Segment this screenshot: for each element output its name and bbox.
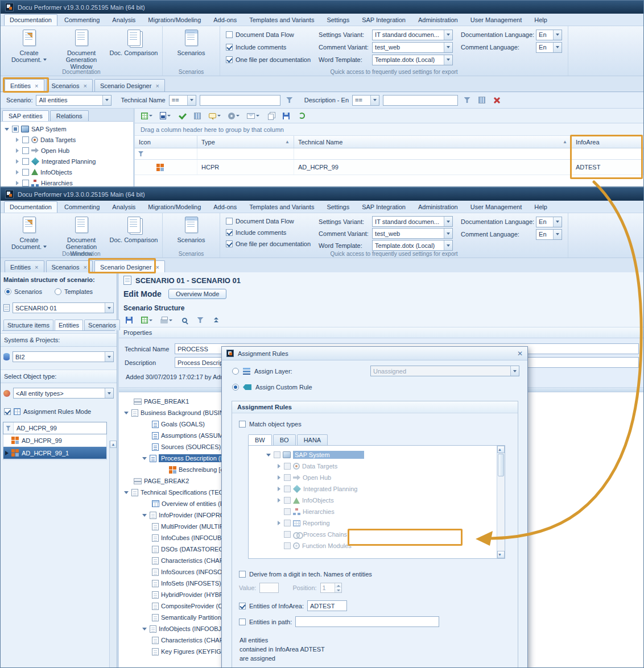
assignment-rules-mode-checkbox[interactable]: Assignment Rules Mode [2, 404, 115, 421]
dropdown-arrow-icon[interactable] [444, 55, 452, 65]
expand-icon[interactable] [14, 180, 20, 186]
entity-grid-row[interactable]: HCPR AD_HCPR_99 ADTEST [135, 160, 643, 175]
menu-tab[interactable]: Help [529, 201, 553, 213]
tree-item[interactable]: SAP System [1, 123, 133, 134]
assign-layer-radio[interactable] [232, 368, 239, 375]
position-stepper[interactable] [320, 583, 342, 593]
match-object-types-checkbox[interactable]: Match object types [239, 421, 518, 428]
menu-tab[interactable]: Templates and Variants [243, 14, 320, 26]
panel-tab[interactable]: Relations [50, 110, 89, 121]
technical-name-operator[interactable]: == [169, 95, 196, 106]
text-filter-icon[interactable] [3, 422, 14, 434]
filter-cell[interactable] [197, 148, 294, 159]
dropdown-arrow-icon[interactable] [102, 96, 111, 105]
column-header[interactable]: InfoArea ▲ [572, 136, 643, 148]
ribbon-button[interactable]: Document Generation Window [56, 215, 106, 250]
ribbon-checkbox[interactable]: Include comments [226, 227, 311, 238]
expand-icon[interactable] [14, 159, 20, 164]
tree-item[interactable]: Open Hub [1, 145, 133, 156]
derive-digit-checkbox[interactable]: Derive from a digit in tech. Names of en… [239, 571, 518, 578]
tree-item[interactable]: Integrated Planning [1, 156, 133, 167]
description-operator[interactable]: == [352, 95, 379, 106]
expand-icon[interactable] [142, 626, 147, 632]
ribbon-button[interactable]: Create Document. [4, 28, 54, 68]
checkbox-icon[interactable] [12, 126, 19, 132]
dropdown-arrow-icon[interactable] [105, 303, 113, 313]
menu-tab[interactable]: Help [529, 14, 553, 26]
checkbox-icon[interactable] [22, 136, 29, 143]
scenarios-button[interactable]: Scenarios [166, 28, 216, 68]
ribbon-checkbox[interactable]: One file per documentation [226, 239, 311, 249]
technical-name-filter-input[interactable] [200, 95, 280, 106]
expand-icon[interactable] [14, 148, 20, 153]
panel-tab[interactable]: SAP entities [2, 110, 49, 121]
dropdown[interactable]: IT standard documen... [372, 30, 453, 40]
expand-icon[interactable] [142, 455, 147, 461]
export-button[interactable] [139, 314, 154, 326]
value-input[interactable] [259, 583, 279, 593]
ribbon-button[interactable]: Doc. Comparison [109, 28, 159, 68]
dropdown[interactable]: Template.dotx (Local) [372, 55, 453, 65]
find-button[interactable] [179, 314, 190, 326]
object-type-select[interactable]: <All entity types> [13, 388, 114, 399]
validate-button[interactable] [176, 110, 188, 122]
mail-button[interactable] [245, 110, 261, 122]
tab[interactable]: BW [248, 434, 272, 445]
document-tab[interactable]: Scenarios × [46, 79, 93, 92]
entity-row[interactable]: AD_HCPR_99_1 [3, 447, 106, 459]
assign-custom-rule-radio[interactable] [232, 384, 239, 391]
document-tab[interactable]: Entities × [5, 79, 44, 92]
close-tab-icon[interactable]: × [155, 83, 159, 89]
dropdown[interactable]: Template.dotx (Local) [372, 240, 453, 251]
menu-tab[interactable]: Commenting [59, 14, 105, 26]
dropdown-arrow-icon[interactable] [444, 229, 452, 238]
infoarea-input[interactable] [307, 600, 347, 611]
close-tab-icon[interactable]: × [35, 83, 38, 89]
dropdown-arrow-icon[interactable] [553, 230, 562, 239]
dropdown[interactable]: En [536, 217, 562, 227]
matrix-export-button[interactable] [139, 110, 154, 122]
column-header[interactable]: Type ▲ [197, 136, 294, 148]
dropdown[interactable]: En [536, 42, 562, 53]
menu-tab[interactable]: Migration/Modeling [142, 201, 207, 213]
tab[interactable]: BO [273, 434, 296, 445]
scrollbar[interactable]: ▲ [109, 441, 117, 667]
scenario-select[interactable]: All entities [36, 95, 112, 106]
dropdown[interactable]: En [536, 229, 562, 240]
menu-tab[interactable]: Administration [412, 201, 464, 213]
checkbox-icon[interactable] [22, 180, 29, 186]
document-tab[interactable]: Scenarios × [46, 260, 93, 273]
dropdown-arrow-icon[interactable] [187, 96, 196, 105]
clear-filter-button[interactable] [491, 94, 502, 106]
ribbon-checkbox[interactable]: Document Data Flow [226, 216, 311, 226]
system-select[interactable]: BI2 [13, 351, 114, 362]
column-header[interactable]: Technical Name ▲ [294, 136, 572, 148]
dropdown[interactable]: test_web [372, 228, 453, 239]
close-tab-icon[interactable]: × [83, 83, 86, 89]
menu-tab[interactable]: Settings [321, 14, 355, 26]
tab[interactable]: HANA [297, 434, 328, 445]
ribbon-button[interactable]: Create Document. [4, 215, 54, 250]
overview-mode-button[interactable]: Overview Mode [168, 289, 226, 299]
scenarios-button[interactable]: Scenarios [166, 215, 216, 250]
document-tab[interactable]: Scenario Designer × [94, 260, 165, 273]
menu-tab[interactable]: Add-ons [208, 201, 242, 213]
spin-up-icon[interactable] [335, 583, 341, 588]
dropdown-arrow-icon[interactable] [553, 30, 562, 40]
filter-cell[interactable] [135, 148, 197, 159]
description-filter-input[interactable] [383, 95, 458, 106]
dropdown-arrow-icon[interactable] [444, 30, 452, 40]
close-tab-icon[interactable]: × [35, 264, 38, 270]
filter-editor-button[interactable] [476, 94, 488, 106]
copy-button[interactable] [265, 110, 276, 122]
entities-of-infoarea-checkbox[interactable]: Entities of InfoArea: [239, 603, 304, 609]
checkbox-icon[interactable] [22, 147, 29, 154]
entity-row[interactable]: AD_HCPR_99 [3, 434, 106, 447]
dropdown-arrow-icon[interactable] [553, 43, 562, 52]
dropdown-arrow-icon[interactable] [553, 217, 562, 227]
menu-tab[interactable]: User Management [465, 201, 528, 213]
menu-tab[interactable]: Add-ons [208, 14, 242, 26]
document-tab[interactable]: Scenario Designer × [94, 79, 165, 92]
path-input[interactable] [295, 616, 439, 627]
menu-tab[interactable]: Analysis [106, 201, 141, 213]
